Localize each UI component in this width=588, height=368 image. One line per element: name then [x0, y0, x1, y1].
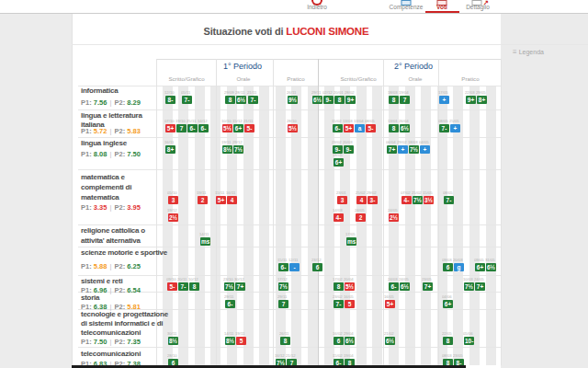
grade-chip[interactable]: 2½	[389, 213, 399, 222]
grade-chip[interactable]: 6½	[400, 124, 410, 132]
grade-chip[interactable]: 10-	[464, 337, 474, 345]
grade-chip[interactable]: 7½	[464, 282, 474, 291]
grade-chip[interactable]: 4	[356, 196, 367, 204]
grade-chip[interactable]: 5	[345, 300, 355, 308]
grade-chip[interactable]: 7½	[278, 282, 288, 291]
grade-chip[interactable]: 7½	[233, 145, 243, 154]
grade-chip[interactable]: +	[450, 124, 460, 132]
toolbar-button-indietro[interactable]: Indietro	[307, 4, 327, 10]
grade-chip[interactable]: 6-	[389, 282, 399, 291]
grade-chip[interactable]: 5	[236, 337, 246, 345]
grade-chip[interactable]: 8	[389, 96, 399, 104]
grade-chip[interactable]: 4-	[401, 196, 412, 204]
grade-chip[interactable]: 6+	[475, 263, 485, 271]
grade-chip[interactable]: 6½	[236, 96, 246, 104]
legend-button[interactable]: ≡Legenda	[513, 48, 584, 56]
grade-chip[interactable]: ms	[200, 237, 210, 246]
grade-chip[interactable]: 9-	[323, 96, 334, 104]
grade-chip[interactable]: 5+	[216, 196, 226, 204]
grade-chip[interactable]: 8½	[168, 337, 178, 345]
grade-chip[interactable]: 7-	[248, 96, 258, 104]
grade-chip[interactable]: 8	[389, 124, 399, 132]
grade-chip[interactable]: 7½	[413, 196, 423, 204]
grade-chip[interactable]: 7+	[475, 282, 485, 291]
grade-chip[interactable]: 5-	[366, 124, 376, 132]
grade-chip[interactable]: 6-	[333, 124, 343, 132]
grade-chip[interactable]: 7½	[224, 282, 234, 291]
grade-chip[interactable]: 8	[280, 337, 290, 345]
grade-chip[interactable]: 8	[443, 337, 453, 345]
grade-chip[interactable]: 6-	[198, 124, 209, 132]
grade-chip[interactable]: 7-	[439, 124, 449, 132]
grade-chip[interactable]: 7+	[387, 145, 397, 154]
grade-chip[interactable]: 3-	[368, 196, 378, 204]
subject-name: sistemi e reti	[81, 277, 158, 285]
grade-chip[interactable]: +	[420, 145, 430, 154]
grade-chip[interactable]: 6-	[225, 300, 235, 308]
grade-chip[interactable]: 8	[334, 282, 344, 291]
grade-chip[interactable]: 7-	[444, 196, 454, 204]
tab-competenze[interactable]: Competenze	[390, 4, 424, 10]
grade-chip[interactable]: 3½	[424, 196, 434, 204]
grade-chip[interactable]: 8	[225, 96, 235, 104]
grade-chip[interactable]: 9+	[466, 96, 476, 104]
grade-chip[interactable]: 7	[176, 124, 187, 132]
grade-chip[interactable]: 8	[334, 96, 345, 104]
grade-chip[interactable]: 7-	[178, 282, 188, 291]
grade-chip[interactable]: 5½	[222, 124, 232, 132]
grade-chip[interactable]: 8	[189, 282, 199, 291]
grade-chip[interactable]: 9½	[288, 96, 298, 104]
grade-chip[interactable]: 6-	[187, 124, 198, 132]
grade-chip[interactable]: 8+	[477, 96, 487, 104]
grade-chip[interactable]: 3	[168, 196, 178, 204]
grade-chip[interactable]: 8½	[222, 145, 232, 154]
grade-chip[interactable]: -	[289, 263, 300, 271]
grade-chip[interactable]: 6½	[312, 96, 322, 104]
tab-dettaglio[interactable]: Dettaglio	[466, 4, 490, 10]
grade-chip[interactable]: 6-	[278, 263, 288, 271]
grade-chip[interactable]: ms	[346, 237, 356, 246]
grade-chip[interactable]: 7-	[334, 300, 344, 308]
grade-chip[interactable]: 5+	[385, 300, 395, 308]
grade-chip[interactable]: a	[355, 124, 365, 132]
grade-chip[interactable]: 6	[334, 337, 344, 345]
grade-chip[interactable]: 7	[400, 96, 410, 104]
grade-chip[interactable]: 6½	[345, 337, 355, 345]
grade-chip[interactable]: 6+	[334, 158, 344, 167]
grade-chip[interactable]: +	[439, 96, 449, 104]
grade-chip[interactable]: 7+	[235, 282, 245, 291]
grade-chip[interactable]: 5+	[165, 124, 175, 132]
grade-chip[interactable]: 8½	[225, 337, 235, 345]
grade-chip[interactable]: 9+	[345, 96, 356, 104]
grade-chip[interactable]: 7	[278, 300, 288, 308]
grade-chip[interactable]: 6½	[486, 263, 496, 271]
grade-chip[interactable]: 2	[356, 213, 366, 222]
grade-chip[interactable]: 6	[443, 263, 453, 271]
grade-chip[interactable]: 9-	[333, 145, 343, 154]
grade-chip[interactable]: 3	[337, 196, 347, 204]
grade-date: 05/06	[463, 331, 473, 336]
grade-chip[interactable]: 7-	[182, 96, 192, 104]
grade-chip[interactable]: 2	[198, 196, 208, 204]
grade-chip[interactable]: 5½	[288, 124, 298, 132]
grade-chip[interactable]: 7+	[423, 282, 433, 291]
tab-voti[interactable]: Voti	[436, 4, 447, 10]
grade-chip[interactable]: 5-	[167, 282, 177, 291]
grade-chip[interactable]: 6+	[443, 300, 453, 308]
grade-chip[interactable]: 5½	[345, 282, 355, 291]
grade-chip[interactable]: 5-	[244, 124, 254, 132]
grade-chip[interactable]: 9-	[344, 145, 354, 154]
grade-chip[interactable]: 4	[227, 196, 237, 204]
grade-chip[interactable]: g	[454, 263, 464, 271]
grade-chip[interactable]: 8-	[165, 96, 175, 104]
grade-chip[interactable]: +	[398, 145, 408, 154]
grade-chip[interactable]: 7½	[409, 145, 419, 154]
grade-chip[interactable]: 6	[312, 263, 322, 271]
grade-chip[interactable]: 6+	[233, 124, 243, 132]
grade-chip[interactable]: 4-	[334, 213, 344, 222]
grade-chip[interactable]: 2½	[168, 213, 178, 222]
grade-chip[interactable]: 6½	[400, 282, 410, 291]
grade-chip[interactable]: 5+	[344, 124, 354, 132]
grade-chip[interactable]: 6½	[385, 337, 395, 345]
grade-chip[interactable]: 8+	[165, 145, 175, 154]
